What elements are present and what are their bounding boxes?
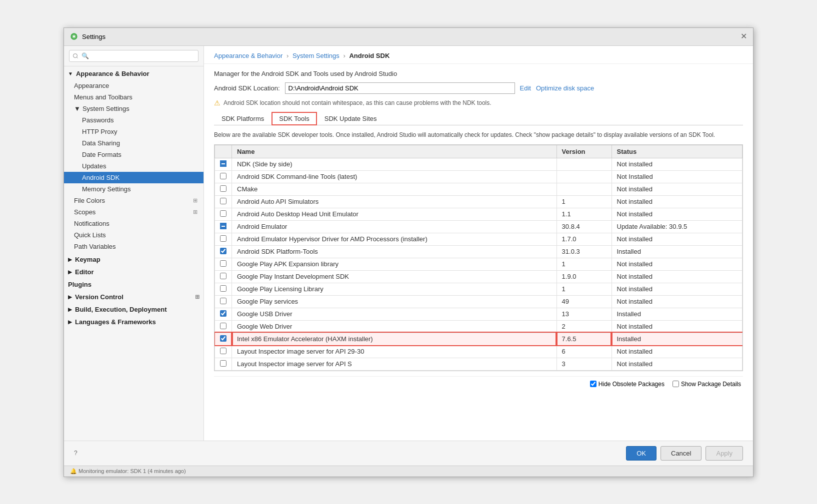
ok-button[interactable]: OK [626, 446, 656, 461]
col-status: Status [612, 145, 742, 158]
row-checkbox-cell [215, 220, 232, 233]
sidebar-item-keymap[interactable]: ▶ Keymap [64, 253, 204, 266]
table-row: Google Play APK Expansion library 1 Not … [215, 258, 742, 270]
warning-row: ⚠ Android SDK location should not contai… [214, 99, 743, 107]
sidebar-item-plugins[interactable]: Plugins [64, 278, 204, 291]
row-checkbox-cell [215, 283, 232, 295]
panel-body: Manager for the Android SDK and Tools us… [204, 64, 753, 441]
table-row: Google Play Licensing Library 1 Not inst… [215, 283, 742, 295]
table-row: Android SDK Platform-Tools 31.0.3 Instal… [215, 245, 742, 258]
sidebar-item-date-formats[interactable]: Date Formats [64, 149, 204, 160]
row-name: Google Play services [232, 295, 557, 308]
checkbox-minus[interactable] [220, 223, 226, 229]
sidebar-item-passwords[interactable]: Passwords [64, 114, 204, 126]
edit-button[interactable]: Edit [520, 84, 531, 92]
row-status: Not installed [612, 158, 742, 170]
checkbox[interactable] [220, 185, 226, 192]
row-name: Google USB Driver [232, 308, 557, 320]
system-settings-arrow: ▼ [74, 105, 80, 112]
editor-arrow: ▶ [68, 269, 72, 275]
row-version: 2 [556, 320, 612, 333]
row-name: Layout Inspector image server for API S [232, 358, 557, 370]
checkbox-indeterminate[interactable] [220, 160, 226, 167]
sidebar-item-file-colors[interactable]: File Colors ⊞ [64, 195, 204, 206]
optimize-disk-button[interactable]: Optimize disk space [536, 84, 594, 92]
row-name: Android Emulator [232, 220, 557, 233]
checkbox-haxm[interactable] [220, 335, 226, 342]
table-row: Android Emulator Hypervisor Driver for A… [215, 233, 742, 245]
row-version: 49 [556, 295, 612, 308]
version-control-icon: ⊞ [195, 294, 200, 300]
sidebar-item-editor[interactable]: ▶ Editor [64, 266, 204, 278]
bottom-options: Hide Obsolete Packages Show Package Deta… [214, 376, 743, 392]
sidebar-item-notifications[interactable]: Notifications [64, 218, 204, 229]
row-version [556, 170, 612, 183]
checkbox[interactable] [220, 360, 226, 367]
tab-sdk-update-sites[interactable]: SDK Update Sites [317, 112, 384, 125]
sidebar-item-version-control[interactable]: ▶ Version Control ⊞ [64, 291, 204, 303]
checkbox[interactable] [220, 285, 226, 292]
sidebar-item-quick-lists[interactable]: Quick Lists [64, 229, 204, 241]
sidebar-item-path-variables[interactable]: Path Variables [64, 241, 204, 252]
tabs-row: SDK Platforms SDK Tools SDK Update Sites [214, 112, 743, 125]
close-button[interactable]: ✕ [740, 32, 747, 40]
tab-sdk-platforms[interactable]: SDK Platforms [214, 112, 272, 125]
svg-point-2 [73, 35, 75, 37]
row-checkbox-cell [215, 358, 232, 370]
breadcrumb-item-2[interactable]: System Settings [292, 52, 340, 59]
sdk-location-actions: Edit Optimize disk space [520, 84, 594, 92]
sidebar-item-data-sharing[interactable]: Data Sharing [64, 137, 204, 149]
sidebar-item-build-execution[interactable]: ▶ Build, Execution, Deployment [64, 303, 204, 316]
checkbox[interactable] [220, 260, 226, 267]
keymap-arrow: ▶ [68, 257, 72, 262]
sdk-location-input[interactable] [285, 82, 515, 94]
hide-obsolete-checkbox[interactable] [590, 381, 596, 387]
checkbox[interactable] [220, 310, 226, 317]
row-version-haxm: 7.6.5 [556, 333, 612, 345]
sidebar-item-memory-settings[interactable]: Memory Settings [64, 183, 204, 195]
sidebar-item-scopes[interactable]: Scopes ⊞ [64, 206, 204, 218]
sidebar-section-appearance: ▼ Appearance & Behavior Appearance Menus… [64, 66, 204, 253]
breadcrumb-item-1[interactable]: Appearance & Behavior [214, 52, 282, 59]
tab-sdk-tools[interactable]: SDK Tools [272, 112, 316, 125]
checkbox[interactable] [220, 235, 226, 242]
row-name: Android Auto API Simulators [232, 195, 557, 208]
checkbox[interactable] [220, 323, 226, 329]
sidebar-item-android-sdk[interactable]: Android SDK [64, 172, 204, 183]
table-row-haxm: Intel x86 Emulator Accelerator (HAXM ins… [215, 333, 742, 345]
row-name: Google Play Licensing Library [232, 283, 557, 295]
search-input[interactable] [69, 50, 198, 62]
show-details-checkbox[interactable] [672, 381, 679, 387]
sidebar-item-system-settings[interactable]: ▼ System Settings [64, 103, 204, 114]
vc-arrow: ▶ [68, 294, 72, 300]
cancel-button[interactable]: Cancel [660, 446, 702, 461]
sdk-location-label: Android SDK Location: [214, 84, 280, 92]
sidebar-item-languages-frameworks[interactable]: ▶ Languages & Frameworks [64, 316, 204, 328]
sidebar-item-menus-toolbars[interactable]: Menus and Toolbars [64, 91, 204, 103]
checkbox[interactable] [220, 198, 226, 204]
row-status: Not installed [612, 233, 742, 245]
sidebar-item-appearance-behavior[interactable]: ▼ Appearance & Behavior [64, 67, 204, 80]
show-details-label[interactable]: Show Package Details [672, 381, 741, 388]
checkbox[interactable] [220, 210, 226, 217]
checkbox[interactable] [220, 173, 226, 179]
sidebar-item-updates[interactable]: Updates [64, 160, 204, 172]
checkbox[interactable] [220, 248, 226, 254]
hide-obsolete-label[interactable]: Hide Obsolete Packages [590, 381, 664, 388]
sidebar-item-http-proxy[interactable]: HTTP Proxy [64, 126, 204, 137]
col-checkbox [215, 145, 232, 158]
row-status: Not installed [612, 320, 742, 333]
help-icon[interactable]: ? [74, 450, 78, 457]
table-row: Google Play Instant Development SDK 1.9.… [215, 270, 742, 283]
apply-button[interactable]: Apply [706, 446, 743, 461]
row-checkbox-cell [215, 258, 232, 270]
checkbox[interactable] [220, 298, 226, 304]
checkbox[interactable] [220, 273, 226, 279]
row-version: 1 [556, 258, 612, 270]
table-row: Google Play services 49 Not installed [215, 295, 742, 308]
col-name: Name [232, 145, 557, 158]
checkbox[interactable] [220, 348, 226, 354]
row-version: 6 [556, 345, 612, 358]
row-status: Installed [612, 308, 742, 320]
sidebar-item-appearance[interactable]: Appearance [64, 80, 204, 91]
